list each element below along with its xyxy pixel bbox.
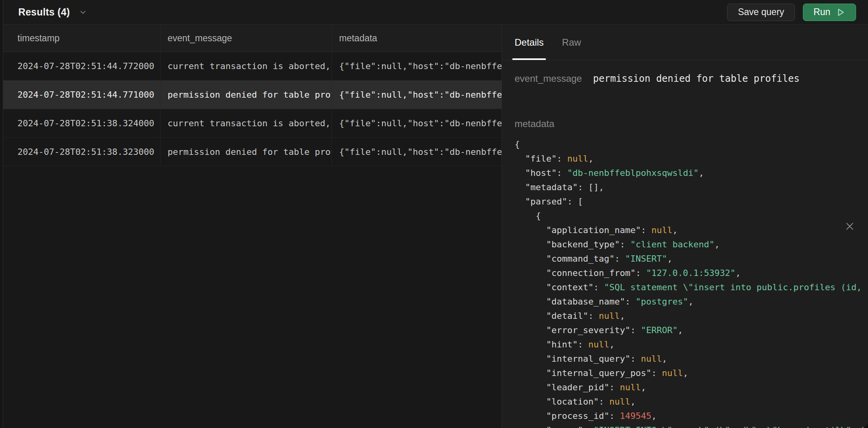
json-line: "command_tag": "INSERT",: [515, 252, 868, 266]
metadata-label: metadata: [515, 118, 868, 129]
json-line: "internal_query_pos": null,: [515, 366, 868, 380]
top-bar: Results (4) Save query Run: [3, 0, 868, 25]
json-line: "process_id": 149545,: [515, 409, 868, 423]
cell-timestamp: 2024-07-28T02:51:38.324000: [3, 109, 160, 137]
cell-event-message: current transaction is aborted, commands…: [160, 109, 332, 137]
panel-tabs: DetailsRaw: [502, 25, 868, 60]
json-line: "query": "INSERT INTO \"users\" (\"aud\"…: [515, 423, 868, 428]
json-line: "parsed": [: [515, 195, 868, 209]
save-query-button[interactable]: Save query: [727, 4, 795, 21]
chevron-down-icon: [79, 8, 87, 17]
json-line: "location": null,: [515, 395, 868, 409]
json-line: {: [515, 209, 868, 223]
tab-raw[interactable]: Raw: [562, 25, 581, 60]
panel-body: event_message permission denied for tabl…: [502, 60, 868, 428]
results-dropdown[interactable]: Results (4): [18, 6, 87, 18]
close-icon: [845, 221, 855, 231]
json-line: {: [515, 137, 868, 152]
table-row[interactable]: 2024-07-28T02:51:38.323000 permission de…: [3, 138, 502, 166]
column-header-timestamp[interactable]: timestamp: [3, 25, 160, 52]
json-line: "hint": null,: [515, 337, 868, 352]
play-icon: [836, 8, 845, 17]
table-row[interactable]: 2024-07-28T02:51:44.771000 permission de…: [3, 81, 502, 109]
cell-metadata: {"file":null,"host":"db-nenbffeblpohxsqw…: [332, 109, 502, 137]
cell-timestamp: 2024-07-28T02:51:44.771000: [3, 81, 160, 109]
cell-metadata: {"file":null,"host":"db-nenbffeblpohxsqw…: [332, 138, 502, 166]
cell-timestamp: 2024-07-28T02:51:44.772000: [3, 52, 160, 80]
cell-metadata: {"file":null,"host":"db-nenbffeblpohxsqw…: [332, 81, 502, 109]
log-table-body: 2024-07-28T02:51:44.772000 current trans…: [3, 52, 502, 166]
cell-event-message: permission denied for table profiles: [160, 138, 332, 166]
table-row[interactable]: 2024-07-28T02:51:38.324000 current trans…: [3, 109, 502, 138]
run-button-label: Run: [814, 7, 830, 17]
json-line: "leader_pid": null,: [515, 380, 868, 395]
tab-details[interactable]: Details: [515, 25, 544, 60]
column-header-event-message[interactable]: event_message: [160, 25, 332, 52]
metadata-json: { "file": null, "host": "db-nenbffeblpoh…: [515, 137, 868, 428]
details-panel: DetailsRaw event_message permission deni…: [502, 25, 868, 428]
sidebar-edge-divider: [0, 0, 3, 428]
logs-explorer: Results (4) Save query Run timestamp eve…: [0, 0, 868, 428]
json-line: "database_name": "postgres",: [515, 295, 868, 309]
results-count-label: Results (4): [18, 6, 70, 18]
log-table: timestamp event_message metadata 2024-07…: [3, 25, 502, 428]
table-row[interactable]: 2024-07-28T02:51:44.772000 current trans…: [3, 52, 502, 81]
close-panel-button[interactable]: [842, 218, 858, 234]
run-query-button[interactable]: Run: [803, 4, 856, 21]
cell-timestamp: 2024-07-28T02:51:38.323000: [3, 138, 160, 166]
event-message-label: event_message: [515, 73, 582, 84]
log-table-header: timestamp event_message metadata: [3, 25, 502, 52]
json-line: "application_name": null,: [515, 223, 868, 237]
cell-metadata: {"file":null,"host":"db-nenbffeblpohxsqw…: [332, 52, 502, 80]
json-line: "internal_query": null,: [515, 352, 868, 366]
cell-event-message: current transaction is aborted, commands…: [160, 52, 332, 80]
json-line: "metadata": [],: [515, 180, 868, 195]
column-header-metadata[interactable]: metadata: [332, 25, 502, 52]
topbar-actions: Save query Run: [727, 4, 856, 21]
event-message-row: event_message permission denied for tabl…: [515, 73, 868, 86]
json-line: "backend_type": "client backend",: [515, 237, 868, 252]
json-line: "file": null,: [515, 152, 868, 166]
json-line: "connection_from": "127.0.0.1:53932",: [515, 266, 868, 280]
json-line: "context": "SQL statement \"insert into …: [515, 280, 868, 295]
cell-event-message: permission denied for table profiles: [160, 81, 332, 109]
json-line: "host": "db-nenbffeblpohxsqwsldi",: [515, 166, 868, 180]
event-message-value: permission denied for table profiles: [593, 73, 799, 84]
json-line: "detail": null,: [515, 309, 868, 323]
json-line: "error_severity": "ERROR",: [515, 323, 868, 337]
